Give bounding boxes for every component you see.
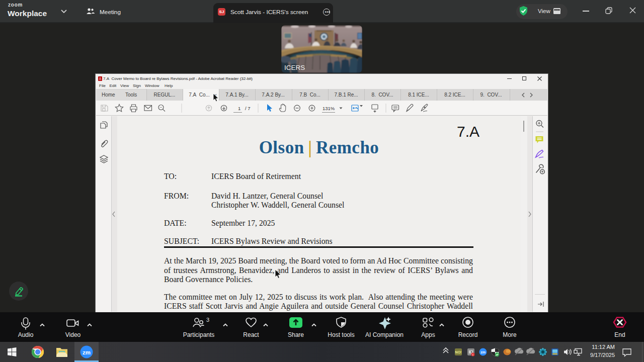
svg-text:131%: 131% bbox=[323, 106, 335, 111]
svg-text:!: ! bbox=[472, 353, 473, 356]
svg-text:zm: zm bbox=[480, 350, 486, 354]
svg-text:1: 1 bbox=[238, 106, 240, 111]
svg-text:3: 3 bbox=[206, 317, 209, 323]
svg-text:ICERS: ICERS bbox=[284, 64, 305, 71]
svg-text:/ 7: / 7 bbox=[245, 106, 251, 111]
svg-text:NO!: NO! bbox=[455, 350, 462, 354]
svg-text:zm: zm bbox=[83, 349, 91, 355]
